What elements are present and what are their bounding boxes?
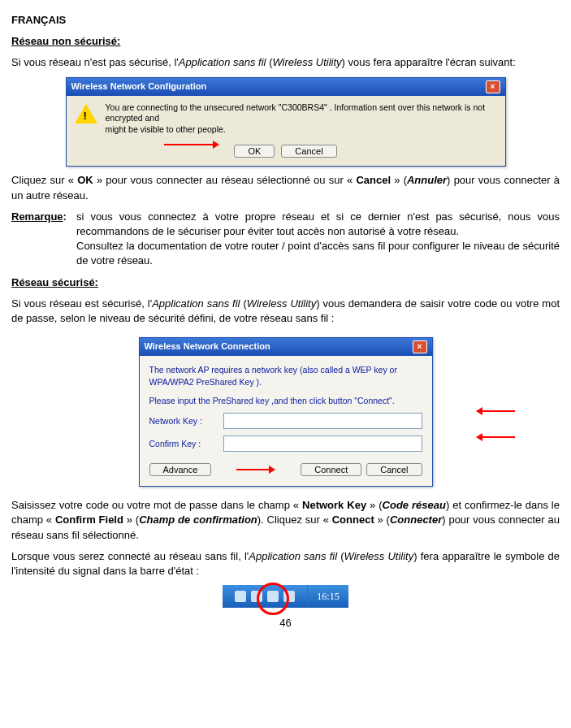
t: You are connecting to the unsecured netw… bbox=[106, 102, 497, 124]
section1-intro: Si vous réseau n'est pas sécurisé, l'App… bbox=[11, 55, 560, 70]
section1-after: Cliquez sur « OK » pour vous connecter a… bbox=[11, 173, 560, 202]
unsecured-network-dialog: Wireless Network Configuration × You are… bbox=[66, 77, 506, 167]
highlight-circle-icon bbox=[257, 583, 289, 615]
t: ) vous fera apparaître l'écran suivant: bbox=[342, 56, 516, 68]
language-header: FRANÇAIS bbox=[11, 13, 560, 28]
close-icon[interactable]: × bbox=[486, 80, 500, 93]
dialog-msg2: Please input the PreShared key ,and then… bbox=[149, 395, 422, 407]
section3-text: Lorsque vous serez connecté au réseau sa… bbox=[11, 549, 560, 578]
t: Network Key bbox=[302, 499, 366, 511]
dialog-msg1: The network AP requires a network key (a… bbox=[149, 364, 422, 388]
t: Saisissez votre code ou votre mot de pas… bbox=[11, 499, 302, 511]
t: Application sans fil bbox=[152, 297, 240, 310]
network-key-label: Network Key : bbox=[149, 415, 218, 427]
dialog-title: Wireless Network Connection bbox=[145, 340, 270, 353]
t: » pour vous connecter au réseau sélectio… bbox=[93, 174, 357, 186]
t: : bbox=[63, 210, 67, 223]
warning-icon bbox=[75, 104, 97, 124]
dialog-title: Wireless Network Configuration bbox=[71, 80, 207, 93]
remark-label: Remarque bbox=[11, 210, 63, 223]
system-tray: 16:15 bbox=[223, 585, 348, 608]
network-key-input[interactable] bbox=[223, 413, 422, 429]
confirm-key-input[interactable] bbox=[223, 436, 422, 452]
section2-after: Saisissez votre code ou votre mot de pas… bbox=[11, 498, 560, 543]
red-arrow-icon bbox=[482, 436, 515, 438]
tray-clock: 16:15 bbox=[307, 585, 348, 608]
section2-title: Réseau sécurisé: bbox=[11, 275, 560, 290]
remark-text-1: si vous vous connectez à votre propre ré… bbox=[76, 210, 560, 237]
ok-button[interactable]: OK bbox=[234, 145, 275, 158]
advance-button[interactable]: Advance bbox=[149, 463, 212, 476]
t: OK bbox=[77, 174, 93, 186]
t: Si vous réseau n'est pas sécurisé, l' bbox=[11, 56, 179, 68]
t: » ( bbox=[366, 499, 382, 511]
t: Wireless Utility bbox=[247, 297, 316, 310]
t: Connect bbox=[332, 514, 374, 526]
t: » ( bbox=[391, 174, 407, 186]
dialog-titlebar: Wireless Network Connection × bbox=[140, 338, 432, 356]
page-number: 46 bbox=[11, 616, 560, 630]
red-arrow-icon bbox=[164, 144, 213, 145]
t: Lorsque vous serez connecté au réseau sa… bbox=[11, 550, 249, 562]
t: Annuler bbox=[407, 174, 447, 186]
dialog-titlebar: Wireless Network Configuration × bbox=[67, 78, 505, 96]
t: » ( bbox=[374, 514, 390, 526]
section1-title-text: Réseau non sécurisé: bbox=[11, 35, 120, 47]
dialog-message: You are connecting to the unsecured netw… bbox=[106, 102, 497, 136]
t: Application sans fil bbox=[249, 550, 337, 562]
cancel-button[interactable]: Cancel bbox=[281, 145, 336, 158]
t: Si vous réseau est sécurisé, l' bbox=[11, 297, 152, 310]
t: Code réseau bbox=[383, 499, 446, 511]
section2-intro: Si vous réseau est sécurisé, l'Applicati… bbox=[11, 297, 560, 326]
t: Cliquez sur « bbox=[11, 174, 77, 186]
red-arrow-icon bbox=[236, 469, 269, 470]
t: ( bbox=[240, 297, 246, 310]
red-arrow-icon bbox=[482, 410, 515, 412]
cancel-button[interactable]: Cancel bbox=[366, 463, 422, 476]
t: might be visible to other people. bbox=[106, 124, 497, 136]
t: Application sans fil bbox=[179, 56, 266, 68]
close-icon[interactable]: × bbox=[413, 340, 427, 353]
chevron-left-icon[interactable] bbox=[235, 591, 246, 602]
t: ( bbox=[337, 550, 344, 562]
remark-text-2: Consultez la documentation de votre rout… bbox=[11, 239, 560, 268]
section2-title-text: Réseau sécurisé: bbox=[11, 276, 98, 288]
t: ). Cliquez sur « bbox=[257, 514, 332, 526]
t: Cancel bbox=[356, 174, 391, 186]
t: Connecter bbox=[390, 514, 442, 526]
section1-title: Réseau non sécurisé: bbox=[11, 34, 560, 49]
t: Wireless Utility bbox=[344, 550, 414, 562]
remark-block: Remarque: si vous vous connectez à votre… bbox=[11, 210, 560, 239]
connect-button[interactable]: Connect bbox=[301, 463, 361, 476]
confirm-key-label: Confirm Key : bbox=[149, 438, 218, 450]
t: Wireless Utility bbox=[272, 56, 341, 68]
t: Confirm Field bbox=[55, 514, 123, 526]
network-key-dialog: Wireless Network Connection × The networ… bbox=[139, 337, 433, 487]
t: » ( bbox=[123, 514, 139, 526]
t: Champ de confirmation bbox=[139, 514, 257, 526]
